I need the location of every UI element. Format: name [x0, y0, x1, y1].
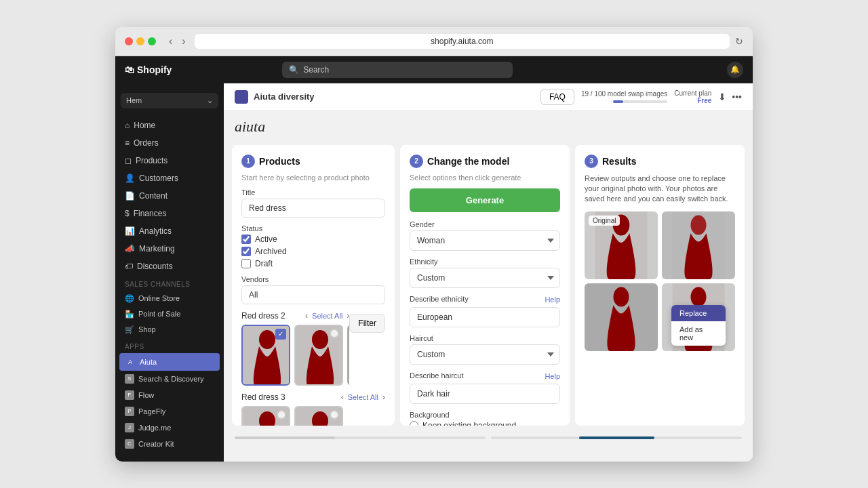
status-form-group: Status Active Archived	[241, 224, 385, 268]
sidebar-item-customers[interactable]: 👤 Customers	[115, 169, 224, 187]
minimize-dot[interactable]	[136, 37, 144, 45]
status-draft-checkbox[interactable]	[241, 259, 251, 268]
products-icon: ◻	[125, 156, 132, 165]
home-icon: ⌂	[125, 121, 130, 130]
download-icon[interactable]: ⬇	[718, 92, 726, 102]
sidebar-item-marketing[interactable]: 📣 Marketing	[115, 240, 224, 258]
status-active-checkbox[interactable]	[241, 235, 251, 244]
status-archived-label: Archived	[255, 247, 287, 256]
result-thumb-2[interactable]	[585, 283, 658, 351]
next-page-2-icon[interactable]: ›	[382, 392, 385, 402]
aiuta-brand-icon	[235, 90, 248, 104]
reload-icon[interactable]: ↻	[735, 36, 743, 47]
sidebar-item-analytics[interactable]: 📊 Analytics	[115, 222, 224, 240]
next-page-icon[interactable]: ›	[347, 311, 349, 321]
close-dot[interactable]	[125, 37, 133, 45]
status-active-row[interactable]: Active	[241, 235, 385, 244]
model-panel-subtitle: Select options then click generate	[410, 174, 560, 182]
svg-point-17	[690, 287, 706, 306]
browser-window: ‹ › ↻ 🛍 Shopify 🔍 Search 🔔	[115, 27, 753, 462]
store-selector[interactable]: Hem ⌄	[121, 93, 218, 108]
select-all-2-link[interactable]: Select All	[348, 393, 378, 401]
product-thumb-1-2[interactable]	[294, 325, 343, 386]
product-thumb-1-1[interactable]: ✓	[241, 325, 290, 386]
sidebar-item-aiuta[interactable]: A Aiuta	[119, 353, 220, 371]
sidebar-item-discounts[interactable]: 🏷 Discounts	[115, 258, 224, 275]
describe-ethnicity-form-row: Describe ethnicity Help	[410, 295, 560, 327]
online-store-icon: 🌐	[125, 294, 134, 303]
select-all-1-link[interactable]: Select All	[312, 312, 342, 320]
aiuta-wordmark: aiuta	[235, 118, 742, 136]
creator-kit-icon: C	[125, 439, 134, 449]
describe-ethnicity-help-link[interactable]: Help	[545, 296, 560, 304]
keep-bg-radio[interactable]	[410, 421, 418, 426]
sidebar-item-finances[interactable]: $ Finances	[115, 205, 224, 222]
sidebar-item-label: Judge.me	[138, 424, 171, 432]
result-thumb-1[interactable]	[662, 211, 735, 279]
aiuta-logo-area: aiuta	[224, 111, 753, 142]
sidebar-item-pos[interactable]: 🏪 Point of Sale	[115, 306, 224, 322]
status-draft-row[interactable]: Draft	[241, 259, 385, 268]
keep-bg-row[interactable]: Keep existing background	[410, 421, 560, 426]
generate-button[interactable]: Generate	[410, 188, 560, 212]
main-content: Aiuta diversity FAQ 19 / 100 model swap …	[224, 83, 753, 462]
describe-haircut-help-link[interactable]: Help	[545, 372, 560, 380]
results-panel-title: Results	[602, 156, 637, 167]
describe-haircut-input[interactable]	[410, 384, 560, 404]
address-bar[interactable]	[195, 34, 730, 49]
sidebar-item-label: Home	[134, 121, 155, 130]
sidebar-item-search-discovery[interactable]: S Search & Discovery	[115, 371, 224, 387]
result2-dress-svg	[585, 283, 658, 351]
sidebar-item-home[interactable]: ⌂ Home	[115, 117, 224, 134]
apps-label: Apps	[115, 338, 224, 353]
sidebar-item-pagefly[interactable]: P PageFly	[115, 403, 224, 420]
svg-point-3	[312, 330, 328, 349]
search-icon: 🔍	[289, 65, 299, 75]
prev-page-2-icon[interactable]: ‹	[341, 392, 344, 402]
sidebar-item-creator-kit[interactable]: C Creator Kit	[115, 436, 224, 452]
sidebar-item-orders[interactable]: ≡ Orders	[115, 134, 224, 152]
sidebar-item-label: Shop	[138, 325, 156, 333]
product-thumb-1-3[interactable]	[347, 325, 349, 386]
result-thumb-original[interactable]: Original	[585, 211, 658, 279]
sidebar-item-online-store[interactable]: 🌐 Online Store	[115, 291, 224, 306]
original-badge: Original	[589, 216, 620, 226]
add-as-new-button[interactable]: Add as new	[671, 321, 726, 346]
search-bar[interactable]: 🔍 Search	[282, 62, 513, 78]
chevron-down-icon: ⌄	[207, 96, 213, 105]
sidebar-item-flow[interactable]: F Flow	[115, 387, 224, 403]
forward-button[interactable]: ›	[178, 34, 189, 49]
describe-ethnicity-label-row: Describe ethnicity Help	[410, 295, 560, 305]
title-input[interactable]	[241, 199, 385, 218]
notification-button[interactable]: 🔔	[727, 62, 743, 78]
gender-select[interactable]: Woman Man	[410, 230, 560, 251]
prev-page-icon[interactable]: ‹	[305, 311, 308, 321]
haircut-select[interactable]: Custom Short	[410, 344, 560, 365]
status-archived-row[interactable]: Archived	[241, 247, 385, 256]
product-thumb-2-1[interactable]	[241, 406, 290, 426]
describe-ethnicity-input[interactable]	[410, 307, 560, 327]
status-draft-label: Draft	[255, 259, 273, 268]
back-button[interactable]: ‹	[165, 34, 176, 49]
sidebar-item-shop[interactable]: 🛒 Shop	[115, 322, 224, 338]
ethnicity-select[interactable]: Custom Asian	[410, 268, 560, 288]
ethnicity-label: Ethnicity	[410, 258, 560, 266]
faq-button[interactable]: FAQ	[540, 89, 574, 105]
background-radio-group: Keep existing background Change backgrou…	[410, 421, 560, 426]
top-bar-right: 🔔	[727, 62, 743, 78]
more-options-icon[interactable]: •••	[732, 92, 742, 102]
model-panel-title: Change the model	[427, 156, 509, 167]
product-thumb-2-2[interactable]	[294, 406, 343, 426]
sidebar-item-products[interactable]: ◻ Products	[115, 152, 224, 169]
result-action-popup: Replace Add as new	[671, 305, 726, 346]
sidebar-item-content[interactable]: 📄 Content	[115, 187, 224, 205]
replace-button[interactable]: Replace	[671, 305, 726, 321]
status-archived-checkbox[interactable]	[241, 247, 251, 256]
maximize-dot[interactable]	[148, 37, 156, 45]
sidebar-item-judge[interactable]: J Judge.me	[115, 420, 224, 436]
judge-icon: J	[125, 423, 134, 432]
vendors-select[interactable]: All	[241, 285, 385, 304]
filter-button[interactable]: Filter	[349, 314, 385, 333]
result-thumb-3[interactable]: Replace Add as new	[662, 283, 735, 351]
dress-svg-3	[349, 326, 349, 386]
